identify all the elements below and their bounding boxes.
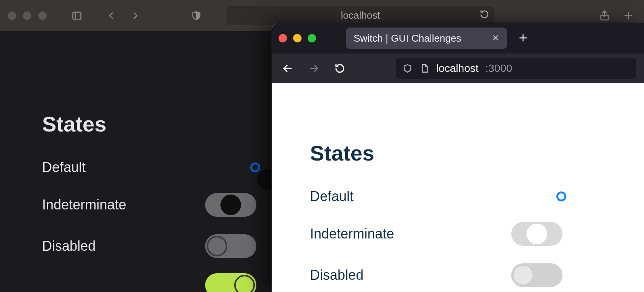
safari-share-button[interactable] [597, 8, 613, 24]
state-label: Default [310, 188, 354, 204]
state-row-disabled-light: Disabled [310, 263, 562, 287]
state-label: Default [42, 159, 86, 175]
state-label: Disabled [42, 238, 96, 254]
firefox-traffic-minimize[interactable] [293, 34, 302, 42]
state-row-default-dark: Default [42, 159, 256, 175]
shield-half-icon [191, 10, 202, 21]
arrow-left-icon [282, 63, 293, 74]
safari-traffic-minimize[interactable] [23, 11, 31, 20]
firefox-tab-close-button[interactable] [492, 34, 499, 43]
reload-icon [334, 63, 346, 74]
safari-traffic-close[interactable] [8, 11, 16, 20]
plus-icon [518, 32, 528, 43]
state-row-disabled-dark: Disabled [42, 234, 256, 258]
switch-focus-ring [254, 166, 256, 169]
firefox-address-bar[interactable]: localhost:3000 [396, 58, 636, 79]
states-heading-light: States [310, 141, 644, 165]
switch-checked-dark [205, 273, 256, 292]
sidebar-icon [72, 10, 82, 21]
chevron-right-icon [130, 10, 140, 21]
state-row-indeterminate-light: Indeterminate [310, 222, 562, 246]
firefox-address-host: localhost [436, 62, 479, 75]
switch-thumb [220, 195, 241, 215]
firefox-reload-button[interactable] [331, 60, 348, 77]
safari-traffic-lights [8, 11, 47, 20]
safari-sidebar-button[interactable] [69, 8, 85, 24]
safari-nav-group [103, 8, 143, 24]
state-row-indeterminate-dark: Indeterminate [42, 193, 256, 217]
firefox-back-button[interactable] [279, 60, 296, 77]
state-row-checked-dark: x [42, 273, 256, 292]
safari-right-group [597, 8, 636, 24]
state-label: Disabled [310, 267, 364, 283]
firefox-toolbar: localhost:3000 [272, 54, 644, 83]
switch-thumb [207, 236, 227, 256]
share-icon [599, 10, 610, 21]
safari-address-bar[interactable]: localhost [227, 6, 494, 25]
firefox-traffic-lights [279, 34, 316, 42]
state-label: Indeterminate [310, 226, 394, 242]
switch-focus-ring [560, 195, 562, 198]
state-label: Indeterminate [42, 197, 126, 213]
switch-indeterminate-light[interactable] [511, 222, 562, 246]
firefox-window: Switch | GUI Challenges localhost:3000 S… [272, 23, 644, 292]
reload-icon [480, 10, 489, 19]
safari-forward-button[interactable] [127, 8, 143, 24]
safari-back-button[interactable] [103, 8, 119, 24]
firefox-traffic-zoom[interactable] [308, 34, 316, 42]
firefox-page-content: States Default Indeterminate Disabled [272, 83, 644, 292]
shield-outline-icon [403, 63, 412, 73]
state-row-default-light: Default [310, 188, 562, 204]
page-icon [419, 63, 429, 73]
firefox-traffic-close[interactable] [279, 34, 287, 42]
svg-rect-0 [73, 12, 81, 19]
plus-icon [623, 10, 634, 21]
safari-address-text: localhost [341, 10, 380, 21]
arrow-right-icon [308, 63, 320, 74]
firefox-tab[interactable]: Switch | GUI Challenges [346, 28, 507, 49]
safari-newtab-button[interactable] [620, 8, 636, 24]
firefox-forward-button[interactable] [305, 60, 322, 77]
safari-traffic-zoom[interactable] [38, 11, 47, 20]
safari-reload-button[interactable] [480, 10, 489, 21]
chevron-left-icon [106, 10, 117, 21]
switch-thumb [527, 224, 547, 244]
switch-thumb [513, 265, 533, 286]
firefox-tab-title: Switch | GUI Challenges [354, 32, 461, 44]
firefox-address-port: :3000 [486, 62, 512, 75]
firefox-tab-bar: Switch | GUI Challenges [272, 23, 644, 54]
close-icon [492, 34, 499, 42]
switch-disabled-light [511, 263, 562, 287]
switch-thumb [563, 198, 584, 219]
switch-disabled-dark [205, 234, 256, 258]
switch-indeterminate-dark[interactable] [205, 193, 256, 217]
safari-shield-button[interactable] [188, 8, 204, 24]
firefox-newtab-button[interactable] [518, 32, 528, 44]
switch-thumb [234, 275, 255, 292]
